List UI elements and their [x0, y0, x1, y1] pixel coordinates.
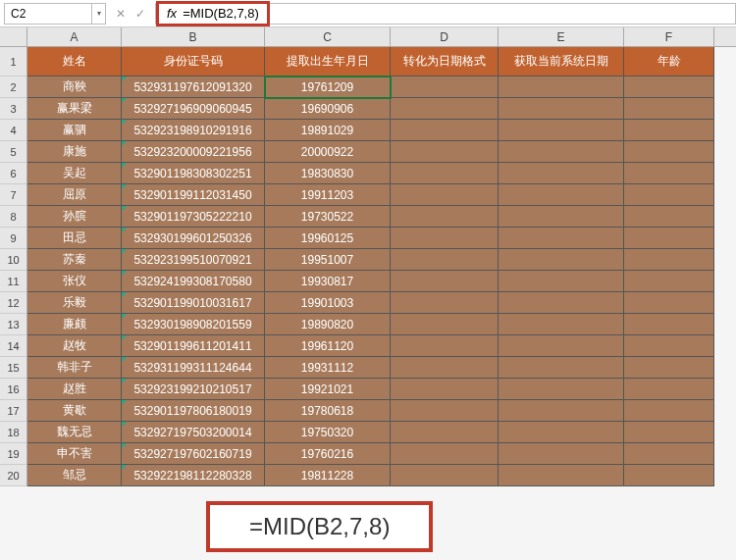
cell-empty[interactable]: [391, 314, 499, 335]
cell-id[interactable]: 532923198910291916: [122, 120, 265, 141]
cell-name[interactable]: 乐毅: [27, 292, 122, 314]
cell-empty[interactable]: [391, 184, 499, 206]
cell-empty[interactable]: [624, 184, 714, 206]
cell-empty[interactable]: [624, 314, 714, 335]
cell-empty[interactable]: [391, 400, 499, 422]
row-header[interactable]: 13: [0, 314, 27, 335]
cell-empty[interactable]: [499, 400, 624, 422]
cell-name[interactable]: 屈原: [27, 184, 122, 206]
cell-birthdate[interactable]: 19760216: [265, 443, 391, 465]
cell-empty[interactable]: [624, 120, 714, 141]
cell-empty[interactable]: [391, 357, 499, 379]
col-header-B[interactable]: B: [122, 27, 265, 46]
cell-empty[interactable]: [499, 271, 624, 292]
cell-empty[interactable]: [624, 465, 714, 486]
cell-empty[interactable]: [624, 271, 714, 292]
cell-name[interactable]: 赵胜: [27, 379, 122, 400]
table-header[interactable]: 转化为日期格式: [391, 47, 499, 76]
cell-name[interactable]: 吴起: [27, 163, 122, 184]
table-header[interactable]: 获取当前系统日期: [499, 47, 624, 76]
cell-birthdate[interactable]: 19730522: [265, 206, 391, 228]
cell-empty[interactable]: [624, 163, 714, 184]
cell-birthdate[interactable]: 19750320: [265, 422, 391, 443]
row-header[interactable]: 17: [0, 400, 27, 422]
cell-name[interactable]: 孙膑: [27, 206, 122, 228]
cell-id[interactable]: 532931199311124644: [122, 357, 265, 379]
cell-id[interactable]: 532901197806180019: [122, 400, 265, 422]
row-header[interactable]: 11: [0, 271, 27, 292]
cell-empty[interactable]: [624, 98, 714, 120]
cell-empty[interactable]: [499, 98, 624, 120]
cell-empty[interactable]: [624, 249, 714, 271]
row-header[interactable]: 4: [0, 120, 27, 141]
row-header[interactable]: 6: [0, 163, 27, 184]
select-all-corner[interactable]: [0, 27, 27, 46]
cell-empty[interactable]: [391, 443, 499, 465]
cell-empty[interactable]: [624, 76, 714, 98]
table-header[interactable]: 年龄: [624, 47, 714, 76]
cell-name[interactable]: 赵牧: [27, 335, 122, 357]
cell-empty[interactable]: [391, 228, 499, 249]
cell-birthdate[interactable]: 19901003: [265, 292, 391, 314]
cell-name[interactable]: 邹忌: [27, 465, 122, 486]
cell-birthdate[interactable]: 19961120: [265, 335, 391, 357]
confirm-icon[interactable]: ✓: [135, 7, 145, 21]
cell-birthdate[interactable]: 19931112: [265, 357, 391, 379]
cell-empty[interactable]: [499, 335, 624, 357]
col-header-A[interactable]: A: [27, 27, 122, 46]
cell-birthdate[interactable]: 19811228: [265, 465, 391, 486]
row-header[interactable]: 12: [0, 292, 27, 314]
cell-empty[interactable]: [624, 228, 714, 249]
cell-birthdate[interactable]: 19960125: [265, 228, 391, 249]
name-box[interactable]: C2: [4, 3, 92, 25]
cell-name[interactable]: 黄歇: [27, 400, 122, 422]
cell-empty[interactable]: [499, 206, 624, 228]
cell-name[interactable]: 廉颇: [27, 314, 122, 335]
row-header[interactable]: 5: [0, 141, 27, 163]
cell-empty[interactable]: [499, 184, 624, 206]
cell-id[interactable]: 532901199611201411: [122, 335, 265, 357]
row-header[interactable]: 3: [0, 98, 27, 120]
cell-empty[interactable]: [624, 422, 714, 443]
cell-id[interactable]: 532924199308170580: [122, 271, 265, 292]
cell-id[interactable]: 532923200009221956: [122, 141, 265, 163]
cell-id[interactable]: 532901199112031450: [122, 184, 265, 206]
row-header[interactable]: 2: [0, 76, 27, 98]
name-box-dropdown[interactable]: ▾: [92, 3, 106, 25]
cell-empty[interactable]: [499, 465, 624, 486]
row-header[interactable]: 18: [0, 422, 27, 443]
row-header[interactable]: 16: [0, 379, 27, 400]
cell-name[interactable]: 张仪: [27, 271, 122, 292]
cell-id[interactable]: 532927197503200014: [122, 422, 265, 443]
row-header[interactable]: 14: [0, 335, 27, 357]
cell-empty[interactable]: [391, 335, 499, 357]
cell-empty[interactable]: [499, 443, 624, 465]
col-header-C[interactable]: C: [265, 27, 391, 46]
cell-empty[interactable]: [624, 335, 714, 357]
cell-empty[interactable]: [499, 120, 624, 141]
cell-empty[interactable]: [499, 314, 624, 335]
cell-birthdate[interactable]: 19891029: [265, 120, 391, 141]
table-header[interactable]: 身份证号码: [122, 47, 265, 76]
cell-empty[interactable]: [391, 141, 499, 163]
cell-empty[interactable]: [391, 422, 499, 443]
row-header[interactable]: 10: [0, 249, 27, 271]
cell-empty[interactable]: [624, 357, 714, 379]
cell-birthdate[interactable]: 19780618: [265, 400, 391, 422]
cell-empty[interactable]: [499, 141, 624, 163]
cell-birthdate[interactable]: 19930817: [265, 271, 391, 292]
cell-empty[interactable]: [391, 379, 499, 400]
cell-birthdate[interactable]: 19690906: [265, 98, 391, 120]
col-header-D[interactable]: D: [391, 27, 499, 46]
row-header[interactable]: 9: [0, 228, 27, 249]
cell-id[interactable]: 532927196909060945: [122, 98, 265, 120]
row-header[interactable]: 19: [0, 443, 27, 465]
table-header[interactable]: 姓名: [27, 47, 122, 76]
cell-empty[interactable]: [499, 228, 624, 249]
cell-empty[interactable]: [499, 422, 624, 443]
cell-empty[interactable]: [391, 271, 499, 292]
cell-id[interactable]: 532901198308302251: [122, 163, 265, 184]
cell-birthdate[interactable]: 19890820: [265, 314, 391, 335]
col-header-E[interactable]: E: [499, 27, 624, 46]
cell-empty[interactable]: [499, 292, 624, 314]
